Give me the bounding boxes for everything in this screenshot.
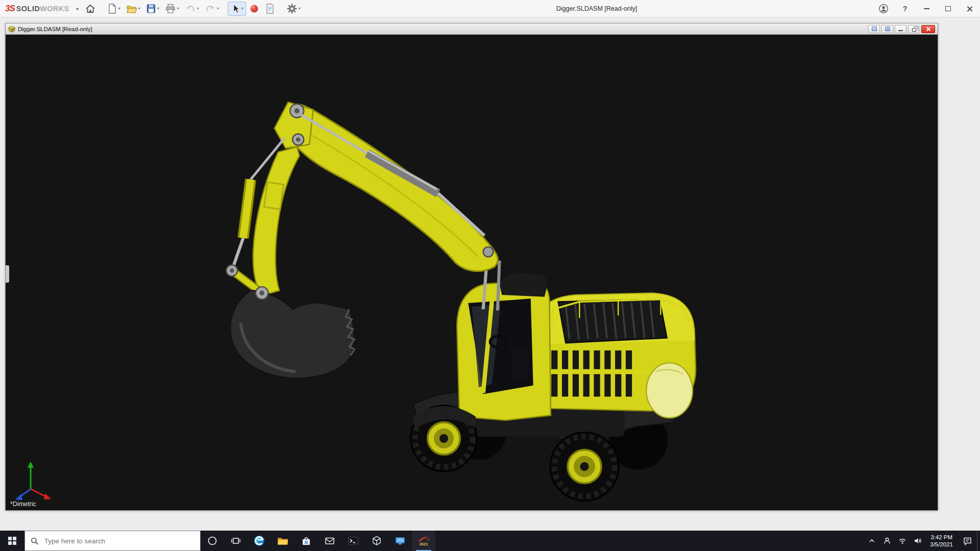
document-window: Digger.SLDASM [Read-only] [5,23,938,511]
taskbar-search[interactable] [24,531,201,551]
open-folder-icon [126,3,137,14]
terminal-icon [347,535,359,547]
volume-tray-button[interactable] [910,531,925,551]
clock-date: 3/5/2021 [930,541,953,548]
new-document-button[interactable]: ▾ [105,2,123,16]
task-view-button[interactable] [224,531,248,551]
dropdown-icon[interactable]: ▾ [299,6,301,11]
doc-tile-left-button[interactable] [868,25,880,33]
chevron-up-icon [868,537,876,545]
task-view-icon [231,536,241,546]
doc-minimize-button[interactable] [895,25,906,33]
dropdown-icon[interactable]: ▾ [138,6,140,11]
gear-icon [286,3,298,14]
dropdown-icon[interactable]: ▾ [157,6,159,11]
open-button[interactable]: ▾ [124,2,143,16]
assembly-document-icon [8,26,15,33]
options-button[interactable]: ▾ [284,2,303,16]
show-desktop-button[interactable] [977,531,980,551]
menu-flyout-icon[interactable]: ▸ [77,6,79,11]
solidworks-app-icon: 2021 [417,535,430,546]
solidworks-taskbar-button[interactable]: 2021 [412,531,435,551]
file-properties-icon [265,3,275,14]
search-icon [31,537,39,545]
account-button[interactable] [873,0,894,17]
excavator-3d-model[interactable] [6,35,938,510]
mail-icon [324,535,336,547]
document-title: Digger.SLDASM [Read-only] [18,26,92,32]
feature-manager-collapsed-tab[interactable] [6,265,9,283]
cortana-icon [207,536,217,546]
action-center-button[interactable] [958,531,977,551]
person-icon [883,536,892,545]
dropdown-icon[interactable]: ▾ [197,6,199,11]
edge-icon [253,535,265,547]
new-document-icon [107,3,117,14]
doc-close-button[interactable] [921,25,935,33]
brand-works: WORKS [40,5,69,13]
app-titlebar: 3S SOLID WORKS ▸ ▾ ▾ [0,0,980,17]
display-app-button[interactable] [388,531,412,551]
file-explorer-button[interactable] [271,531,295,551]
clock-time: 3:42 PM [930,534,952,541]
help-button[interactable]: ? [894,0,916,17]
dropdown-icon[interactable]: ▾ [241,6,243,11]
3d-viewer-button[interactable] [365,531,388,551]
select-cursor-icon [230,3,240,14]
document-titlebar[interactable]: Digger.SLDASM [Read-only] [6,23,938,35]
split-window-icon [885,27,890,31]
red-sphere-icon [249,4,259,14]
file-explorer-icon [277,535,289,547]
microsoft-store-icon [300,535,312,547]
save-button[interactable]: ▾ [143,2,162,16]
close-button[interactable] [959,0,980,17]
print-button[interactable]: ▾ [162,2,182,16]
close-icon [926,27,931,32]
dropdown-icon[interactable]: ▾ [118,6,120,11]
doc-restore-button[interactable] [908,25,920,33]
graphics-viewport[interactable]: *Dimetric [6,35,938,510]
mail-button[interactable] [318,531,341,551]
maximize-icon [945,6,951,11]
account-icon [878,4,889,14]
dropdown-icon[interactable]: ▾ [217,6,219,11]
network-tray-button[interactable] [895,531,910,551]
view-orientation-label: *Dimetric [10,500,36,508]
microsoft-store-button[interactable] [295,531,318,551]
minimize-icon [924,8,929,9]
undo-icon [185,3,196,14]
quick-access-toolbar: ▾ ▾ ▾ ▾ [82,2,303,16]
redo-icon [205,3,216,14]
minimize-button[interactable] [916,0,937,17]
select-button[interactable]: ▾ [228,2,246,16]
people-tray-button[interactable] [879,531,895,551]
terminal-button[interactable] [341,531,365,551]
monitor-icon [394,535,406,547]
taskbar-clock[interactable]: 3:42 PM 3/5/2021 [925,531,958,551]
windows-taskbar: 2021 [0,531,980,551]
document-window-controls [868,25,935,33]
undo-button[interactable]: ▾ [182,2,202,16]
cube-icon [371,535,383,547]
close-icon [966,6,973,12]
solidworks-logo: 3S SOLID WORKS [0,4,72,14]
start-button[interactable] [0,531,24,551]
3dexperience-button[interactable] [247,2,262,16]
doc-tile-right-button[interactable] [881,25,893,33]
solidworks-year-badge: 2021 [420,542,428,546]
home-button[interactable] [82,2,99,16]
app-window-title: Digger.SLDASM [Read-only] [556,0,637,17]
redo-button[interactable]: ▾ [202,2,222,16]
hidden-icons-button[interactable] [864,531,879,551]
action-center-icon [963,536,972,546]
save-icon [146,3,156,14]
dropdown-icon[interactable]: ▾ [177,6,179,11]
speaker-icon [913,536,922,545]
cortana-button[interactable] [201,531,224,551]
wifi-icon [898,536,907,545]
edge-button[interactable] [248,531,271,551]
maximize-button[interactable] [937,0,959,17]
brand-solid: SOLID [16,5,40,13]
search-input[interactable] [43,537,194,545]
file-properties-button[interactable] [262,2,278,16]
